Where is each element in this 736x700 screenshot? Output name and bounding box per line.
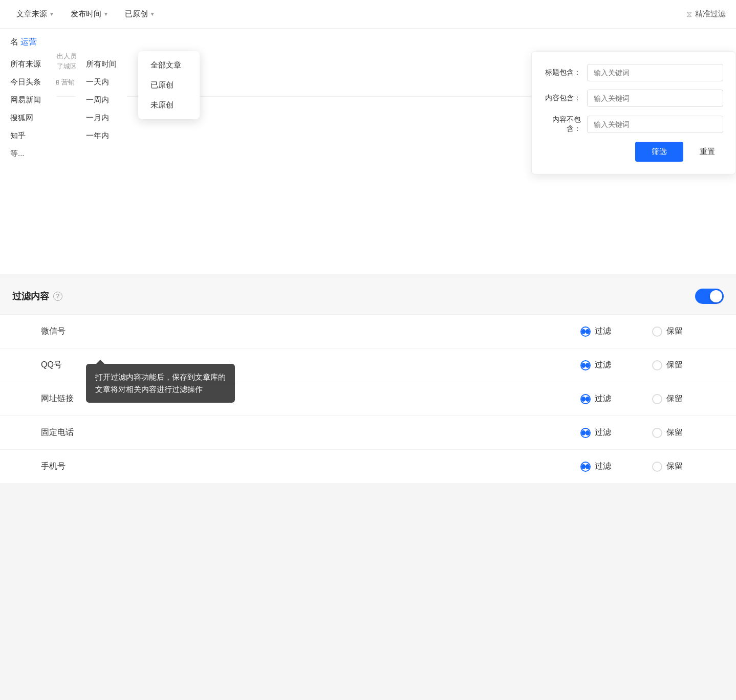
- article-title-area: 名 运营: [10, 37, 726, 48]
- tooltip-text: 打开过滤内容功能后，保存到文章库的文章将对相关内容进行过滤操作: [95, 373, 226, 393]
- qq-radio-group: 过滤 保留: [580, 360, 683, 370]
- url-keep-radio[interactable]: 保留: [652, 393, 683, 404]
- qq-filter-circle: [580, 360, 591, 370]
- source-dropdown: 所有来源 今日头条 网易新闻 搜狐网 知乎 等...: [0, 51, 56, 167]
- weixin-radio-group: 过滤 保留: [580, 326, 683, 337]
- source-filter-btn[interactable]: 文章来源 ▼: [10, 6, 60, 22]
- filter-row-weixin: 微信号 过滤 保留: [0, 315, 736, 348]
- filter-row-mobile: 手机号 过滤 保留: [0, 450, 736, 483]
- time-item-year[interactable]: 一年内: [76, 127, 127, 145]
- time-item-all[interactable]: 所有时间: [76, 55, 127, 73]
- title-filter-input[interactable]: [587, 64, 723, 81]
- weixin-filter-label: 过滤: [595, 326, 611, 337]
- landline-keep-label: 保留: [666, 427, 683, 438]
- source-chevron-icon: ▼: [49, 11, 54, 17]
- filter-submit-btn[interactable]: 筛选: [635, 142, 683, 162]
- url-filter-circle: [580, 394, 591, 404]
- toolbar: 文章来源 ▼ 发布时间 ▼ 已原创 ▼ ⧖ 精准过滤: [0, 0, 736, 29]
- weixin-keep-label: 保留: [666, 326, 683, 337]
- content-filter-label: 内容包含：: [544, 94, 581, 103]
- landline-radio-group: 过滤 保留: [580, 427, 683, 438]
- url-filter-label: 过滤: [595, 393, 611, 404]
- source-item-wangyi[interactable]: 网易新闻: [0, 91, 56, 109]
- filter-tooltip: 打开过滤内容功能后，保存到文章库的文章将对相关内容进行过滤操作: [86, 364, 235, 403]
- time-label: 发布时间: [71, 9, 101, 19]
- source-label: 文章来源: [16, 9, 47, 19]
- time-item-week[interactable]: 一周内: [76, 91, 127, 109]
- weixin-label: 微信号: [41, 326, 102, 337]
- url-filter-radio[interactable]: 过滤: [580, 393, 611, 404]
- exclude-filter-row: 内容不包含：: [544, 115, 723, 134]
- article-title-part: 名: [10, 37, 18, 46]
- url-keep-circle: [652, 394, 662, 404]
- content-filter-row: 内容包含：: [544, 90, 723, 107]
- precision-filter-label: 精准过滤: [695, 9, 726, 19]
- original-chevron-icon: ▼: [150, 11, 155, 17]
- mobile-label: 手机号: [41, 461, 102, 472]
- exclude-filter-input[interactable]: [587, 116, 723, 133]
- weixin-keep-circle: [652, 326, 662, 337]
- weixin-filter-radio[interactable]: 过滤: [580, 326, 611, 337]
- time-dropdown: 所有时间 一天内 一周内 一月内 一年内: [76, 51, 127, 149]
- filter-content-section: 过滤内容 ? 打开过滤内容功能后，保存到文章库的文章将对相关内容进行过滤操作 微…: [0, 278, 736, 483]
- filter-section-title-text: 过滤内容: [12, 290, 49, 302]
- toolbar-right: ⧖ 精准过滤: [686, 9, 726, 19]
- landline-keep-circle: [652, 428, 662, 438]
- original-filter-btn[interactable]: 已原创 ▼: [119, 6, 161, 22]
- time-item-month[interactable]: 一月内: [76, 109, 127, 127]
- landline-filter-radio[interactable]: 过滤: [580, 427, 611, 438]
- filter-panel: 标题包含： 内容包含： 内容不包含： 筛选 重置: [531, 51, 736, 174]
- source-item-sohu[interactable]: 搜狐网: [0, 109, 56, 127]
- source-item-zhihu[interactable]: 知乎: [0, 127, 56, 145]
- filter-section-header: 过滤内容 ?: [0, 278, 736, 315]
- qq-keep-circle: [652, 360, 662, 370]
- filter-row-landline: 固定电话 过滤 保留: [0, 416, 736, 450]
- exclude-filter-label: 内容不包含：: [544, 115, 581, 134]
- original-item-yes[interactable]: 已原创: [138, 75, 200, 95]
- article-title-highlight: 运营: [20, 37, 37, 46]
- help-icon[interactable]: ?: [53, 292, 62, 301]
- marketing-btn[interactable]: ⊞ 营销: [54, 78, 75, 87]
- mobile-keep-radio[interactable]: 保留: [652, 461, 683, 472]
- landline-filter-circle: [580, 428, 591, 438]
- time-filter-btn[interactable]: 发布时间 ▼: [64, 6, 115, 22]
- title-filter-label: 标题包含：: [544, 68, 581, 77]
- mobile-keep-label: 保留: [666, 461, 683, 472]
- filter-reset-btn[interactable]: 重置: [691, 142, 723, 162]
- time-chevron-icon: ▼: [103, 11, 109, 17]
- weixin-keep-radio[interactable]: 保留: [652, 326, 683, 337]
- url-radio-group: 过滤 保留: [580, 393, 683, 404]
- mobile-radio-group: 过滤 保留: [580, 461, 683, 472]
- original-label: 已原创: [125, 9, 148, 19]
- filter-section-title-area: 过滤内容 ?: [12, 290, 62, 302]
- qq-filter-radio[interactable]: 过滤: [580, 360, 611, 370]
- original-item-all[interactable]: 全部文章: [138, 55, 200, 75]
- original-item-no[interactable]: 未原创: [138, 95, 200, 115]
- qq-keep-label: 保留: [666, 360, 683, 370]
- time-item-day[interactable]: 一天内: [76, 73, 127, 91]
- mobile-keep-circle: [652, 462, 662, 472]
- mobile-filter-label: 过滤: [595, 461, 611, 472]
- weixin-filter-circle: [580, 326, 591, 337]
- qq-filter-label: 过滤: [595, 360, 611, 370]
- landline-filter-label: 过滤: [595, 427, 611, 438]
- main-area: 所有来源 今日头条 网易新闻 搜狐网 知乎 等... 所有时间 一天内 一周内 …: [0, 29, 736, 274]
- original-dropdown: 全部文章 已原创 未原创: [138, 51, 200, 119]
- filter-buttons: 筛选 重置: [544, 142, 723, 162]
- landline-keep-radio[interactable]: 保留: [652, 427, 683, 438]
- source-item-toutiao[interactable]: 今日头条: [0, 73, 56, 91]
- precision-filter-icon: ⧖: [686, 10, 692, 19]
- source-item-more[interactable]: 等...: [0, 145, 56, 163]
- url-keep-label: 保留: [666, 393, 683, 404]
- mobile-filter-circle: [580, 462, 591, 472]
- landline-label: 固定电话: [41, 427, 102, 438]
- source-item-all[interactable]: 所有来源: [0, 55, 56, 73]
- mobile-filter-radio[interactable]: 过滤: [580, 461, 611, 472]
- content-filter-input[interactable]: [587, 90, 723, 107]
- qq-keep-radio[interactable]: 保留: [652, 360, 683, 370]
- title-filter-row: 标题包含：: [544, 64, 723, 81]
- filter-toggle[interactable]: [695, 289, 724, 304]
